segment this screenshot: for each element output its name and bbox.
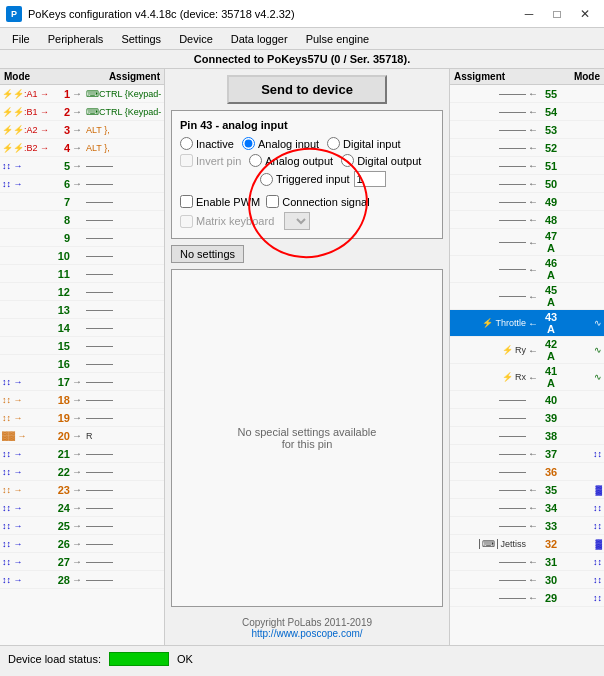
maximize-button[interactable]: □ — [544, 4, 570, 24]
right-pin-row[interactable]: ———←46 A — [450, 256, 604, 283]
left-pin-assign: ——— — [86, 395, 162, 405]
left-pin-row[interactable]: ⚡⚡:B2 →4→ALT }, — [0, 139, 164, 157]
right-pin-row[interactable]: ———39 — [450, 409, 604, 427]
left-pin-row[interactable]: ↕↕ →18→——— — [0, 391, 164, 409]
left-pin-number: 9 — [50, 232, 72, 244]
right-pin-row[interactable]: ———←45 A — [450, 283, 604, 310]
left-pin-row[interactable]: 15——— — [0, 337, 164, 355]
left-pin-row[interactable]: 7——— — [0, 193, 164, 211]
left-pin-row[interactable]: ↕↕ →17→——— — [0, 373, 164, 391]
left-pin-assign: ALT }, — [86, 125, 162, 135]
checkbox-invert[interactable]: Invert pin — [180, 154, 241, 167]
right-pin-row[interactable]: ———←49 — [450, 193, 604, 211]
right-pin-row[interactable]: ———←54 — [450, 103, 604, 121]
menu-file[interactable]: File — [4, 31, 38, 47]
right-pin-row[interactable]: ⚡Ry←42 A∿ — [450, 337, 604, 364]
minimize-button[interactable]: ─ — [516, 4, 542, 24]
checkbox-connection-signal[interactable]: Connection signal — [266, 195, 369, 208]
right-pin-row[interactable]: ⚡Throttle←43 A∿ — [450, 310, 604, 337]
left-pin-panel: Mode Assigment ⚡⚡:A1 →1→⌨CTRL {Keypad-⚡⚡… — [0, 69, 165, 645]
left-pin-row[interactable]: ▓▓ →20→R — [0, 427, 164, 445]
matrix-select[interactable] — [284, 212, 310, 230]
right-pin-row[interactable]: ———←47 A — [450, 229, 604, 256]
radio-inactive[interactable]: Inactive — [180, 137, 234, 150]
left-pin-assign: ——— — [86, 521, 162, 531]
left-pin-row[interactable]: ↕↕ →26→——— — [0, 535, 164, 553]
left-pin-row[interactable]: 9——— — [0, 229, 164, 247]
left-pin-row[interactable]: ⚡⚡:A1 →1→⌨CTRL {Keypad- — [0, 85, 164, 103]
right-pin-row[interactable]: ———38 — [450, 427, 604, 445]
menu-data-logger[interactable]: Data logger — [223, 31, 296, 47]
right-pin-arrow: ← — [526, 520, 540, 531]
right-pin-row[interactable]: ———←50 — [450, 175, 604, 193]
left-pin-arrow: → — [72, 538, 86, 549]
no-settings-button[interactable]: No settings — [171, 245, 244, 263]
radio-analog-input[interactable]: Analog input — [242, 137, 319, 150]
left-pin-assign: ——— — [86, 323, 162, 333]
right-pin-row[interactable]: ———←37↕↕ — [450, 445, 604, 463]
left-pin-row[interactable]: 14——— — [0, 319, 164, 337]
checkbox-matrix-keyboard[interactable]: Matrix keyboard — [180, 215, 274, 228]
right-pin-row[interactable]: ———36 — [450, 463, 604, 481]
left-pin-row[interactable]: 16——— — [0, 355, 164, 373]
left-pin-number: 11 — [50, 268, 72, 280]
right-pin-row[interactable]: ———←34↕↕ — [450, 499, 604, 517]
send-to-device-button[interactable]: Send to device — [227, 75, 387, 104]
right-pin-row[interactable]: ———←29↕↕ — [450, 589, 604, 607]
copyright-url[interactable]: http://www.poscope.com/ — [251, 628, 362, 639]
left-pin-row[interactable]: 13——— — [0, 301, 164, 319]
left-pin-row[interactable]: ⚡⚡:B1 →2→⌨CTRL {Keypad- — [0, 103, 164, 121]
right-pin-row[interactable]: ———←55 — [450, 85, 604, 103]
copyright-text: Copyright PoLabs 2011-2019 — [171, 617, 443, 628]
right-pin-row[interactable]: ———←53 — [450, 121, 604, 139]
left-pin-arrow: → — [72, 448, 86, 459]
left-pin-row[interactable]: ↕↕ →25→——— — [0, 517, 164, 535]
left-pin-assign: ——— — [86, 161, 162, 171]
left-pin-row[interactable]: ↕↕ →21→——— — [0, 445, 164, 463]
checkbox-enable-pwm[interactable]: Enable PWM — [180, 195, 260, 208]
right-pin-row[interactable]: ⚡Rx←41 A∿ — [450, 364, 604, 391]
left-panel-header: Mode Assigment — [0, 69, 164, 85]
left-pin-row[interactable]: 8——— — [0, 211, 164, 229]
right-pin-row[interactable]: ———←52 — [450, 139, 604, 157]
left-pin-row[interactable]: ↕↕ →5→——— — [0, 157, 164, 175]
right-pin-arrow: ← — [526, 160, 540, 171]
left-pin-row[interactable]: 10——— — [0, 247, 164, 265]
left-pin-mode: ↕↕ → — [2, 449, 50, 459]
right-pin-row[interactable]: ———40 — [450, 391, 604, 409]
left-pin-number: 1 — [50, 88, 72, 100]
right-pin-row[interactable]: ———←33↕↕ — [450, 517, 604, 535]
left-pin-row[interactable]: ⚡⚡:A2 →3→ALT }, — [0, 121, 164, 139]
menu-device[interactable]: Device — [171, 31, 221, 47]
right-pin-mode: ∿ — [562, 372, 602, 382]
right-pin-row[interactable]: ———←48 — [450, 211, 604, 229]
radio-analog-output[interactable]: Analog output — [249, 154, 333, 167]
triggered-input-number[interactable] — [354, 171, 386, 187]
left-pin-row[interactable]: ↕↕ →19→——— — [0, 409, 164, 427]
left-pin-row[interactable]: ↕↕ →23→——— — [0, 481, 164, 499]
left-pin-row[interactable]: ↕↕ →24→——— — [0, 499, 164, 517]
left-pin-row[interactable]: 11——— — [0, 265, 164, 283]
right-pin-row[interactable]: ———←30↕↕ — [450, 571, 604, 589]
left-pin-row[interactable]: 12——— — [0, 283, 164, 301]
left-pin-row[interactable]: ↕↕ →27→——— — [0, 553, 164, 571]
close-button[interactable]: ✕ — [572, 4, 598, 24]
right-pin-row[interactable]: ———←31↕↕ — [450, 553, 604, 571]
right-pin-number: 41 A — [540, 365, 562, 389]
left-pin-row[interactable]: ↕↕ →28→——— — [0, 571, 164, 589]
right-pin-assign: ——— — [452, 431, 526, 441]
menu-settings[interactable]: Settings — [113, 31, 169, 47]
right-pin-assign: ——— — [452, 575, 526, 585]
radio-digital-input[interactable]: Digital input — [327, 137, 400, 150]
left-pin-row[interactable]: ↕↕ →6→——— — [0, 175, 164, 193]
radio-triggered-input[interactable]: Triggered input — [260, 173, 350, 186]
menu-pulse-engine[interactable]: Pulse engine — [298, 31, 378, 47]
left-pin-mode: ↕↕ → — [2, 395, 50, 405]
menu-peripherals[interactable]: Peripherals — [40, 31, 112, 47]
right-pin-row[interactable]: ———←51 — [450, 157, 604, 175]
left-pin-row[interactable]: ↕↕ →22→——— — [0, 463, 164, 481]
right-pin-row[interactable]: ———←35▓ — [450, 481, 604, 499]
radio-digital-output[interactable]: Digital output — [341, 154, 421, 167]
right-pin-row[interactable]: ⌨Jettiss32▓ — [450, 535, 604, 553]
left-pin-mode: ↕↕ → — [2, 557, 50, 567]
